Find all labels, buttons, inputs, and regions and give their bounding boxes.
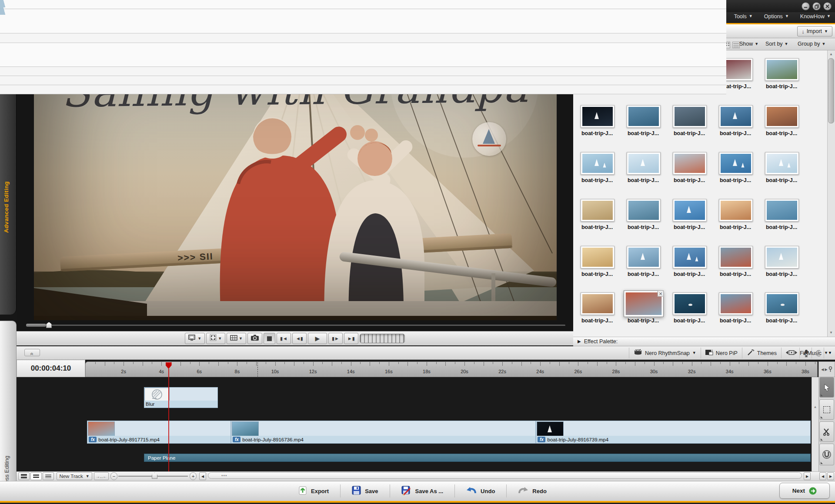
track-height-small-button[interactable] [43,472,54,480]
corner-right-icon[interactable]: ▶ [827,472,834,480]
jump-start-button[interactable]: ▮◄ [277,333,291,344]
minimize-button[interactable] [802,2,810,10]
undo-button[interactable]: Undo [455,484,506,498]
media-item[interactable] [765,199,799,222]
toolbar-nero-pip[interactable]: Nero PiP [701,348,742,358]
media-item[interactable] [719,105,753,128]
collapse-timeline-button[interactable]: « [24,349,40,356]
transition-wedge[interactable] [0,7,9,15]
scroll-down-icon[interactable]: ▼ [828,329,835,336]
fx-badge[interactable]: fx [233,437,240,442]
seek-bar[interactable] [26,325,565,326]
media-item[interactable] [719,246,753,269]
media-item[interactable] [765,246,799,269]
lane-video-1[interactable] [0,43,726,67]
hscroll-left-icon[interactable]: ◀ [199,472,206,480]
select-tool-button[interactable] [819,377,834,398]
close-button[interactable] [823,2,832,10]
media-item[interactable] [719,152,753,175]
media-item[interactable] [627,105,661,128]
snapshot-button[interactable] [247,333,262,344]
media-item[interactable] [627,152,661,175]
marquee-tool-button[interactable] [819,399,834,420]
media-item[interactable] [673,246,707,269]
track-height-medium-button[interactable] [30,472,42,480]
clip-music[interactable]: Paper Plane [144,454,811,462]
media-item[interactable] [673,105,707,128]
snap-tool-button[interactable] [819,444,834,465]
display-mode-button[interactable]: ▼ [185,333,205,344]
transition-wedge[interactable] [0,0,9,7]
export-button[interactable]: Export [287,484,340,498]
new-track-dropdown[interactable]: New Track▼ [57,472,92,480]
timeline-vscroll[interactable]: ▲ [812,377,818,471]
knowhow-menu[interactable]: KnowHow▼ [800,13,831,20]
lane-audio-1[interactable] [0,67,726,76]
options-menu[interactable]: Options▼ [764,13,789,20]
save-as-button[interactable]: Save As ... [390,484,455,498]
next-frame-button[interactable]: ▮► [328,333,343,344]
media-item[interactable] [719,199,753,222]
media-item[interactable] [627,199,661,222]
media-item[interactable] [765,292,799,315]
toolbar-themes[interactable]: Themes [742,348,781,358]
next-button[interactable]: Next [779,483,830,499]
view-list-icon[interactable] [732,42,740,48]
show-dropdown[interactable]: Show▼ [739,41,758,47]
media-item[interactable] [673,199,707,222]
media-item[interactable] [581,199,615,222]
zoom-out-button[interactable]: − [110,472,117,480]
clip-video1-1[interactable]: fxboat-trip-July-8917715.mp4 [87,421,231,444]
toolbar-nero-rhythmsnap[interactable]: Nero RhythmSnap▼ [629,348,701,358]
tab-express-editing[interactable]: Express Editing [0,321,17,504]
fx-badge[interactable]: fx [538,437,545,442]
nav-left-icon[interactable]: ◀ [821,368,824,371]
jump-end-button[interactable]: ►▮ [344,333,358,344]
clip-video1-2[interactable]: fxboat-trip-July-8916736.mp4 [231,421,536,444]
fullscreen-button[interactable]: ▼ [206,333,225,344]
prev-frame-button[interactable]: ◄▮ [292,333,307,344]
stop-button[interactable] [264,333,275,344]
media-item[interactable] [673,292,707,315]
safe-area-button[interactable]: ▼ [227,333,246,344]
clip-blur[interactable]: Blur [144,387,218,408]
lane-audio-2[interactable] [0,33,726,43]
cut-tool-button[interactable] [819,421,834,442]
tools-menu[interactable]: Tools▼ [734,13,753,20]
playhead-line[interactable] [168,369,169,471]
scroll-up-icon[interactable]: ▲ [828,51,835,58]
media-item[interactable] [673,152,707,175]
storyboard-view-button[interactable]: ▼ [824,348,835,358]
fit-timeline-button[interactable]: →‥← [94,472,109,480]
zoom-in-button[interactable]: + [190,472,197,480]
lane-music[interactable] [0,76,726,85]
lane-narration[interactable] [0,85,726,94]
media-item[interactable] [765,152,799,175]
group-by-dropdown[interactable]: Group by▼ [798,41,825,47]
close-icon[interactable]: ✕ [658,290,664,296]
timeline-ruler[interactable]: 2s4s6s8s10s12s14s16s18s20s22s24s26s28s30… [85,361,818,377]
media-item[interactable] [627,246,661,269]
keyframe-pin-icon[interactable] [828,366,832,372]
media-item[interactable] [581,292,615,315]
fx-badge[interactable]: fx [89,437,97,442]
lane-video-2[interactable] [0,9,726,33]
restore-button[interactable] [812,2,821,10]
media-item[interactable] [581,152,615,175]
media-item[interactable] [765,58,799,81]
media-scroll-thumb[interactable] [828,58,834,123]
play-button[interactable]: ▶ [308,333,327,344]
timer-button[interactable] [812,348,824,358]
save-button[interactable]: Save [341,484,389,498]
timeline-hscroll[interactable]: ••• [208,472,802,479]
record-narration-button[interactable] [799,348,812,358]
media-item[interactable] [719,292,753,315]
lane-master-effects[interactable] [0,0,726,9]
media-item[interactable]: ✕ [624,290,664,317]
media-item[interactable] [581,246,615,269]
sort-by-dropdown[interactable]: Sort by▼ [765,41,788,47]
corner-left-icon[interactable]: ◀ [819,472,826,480]
import-button[interactable]: ↓ Import ▼ [797,26,832,36]
hscroll-right-icon[interactable]: ▶ [804,472,811,480]
media-item[interactable] [765,105,799,128]
